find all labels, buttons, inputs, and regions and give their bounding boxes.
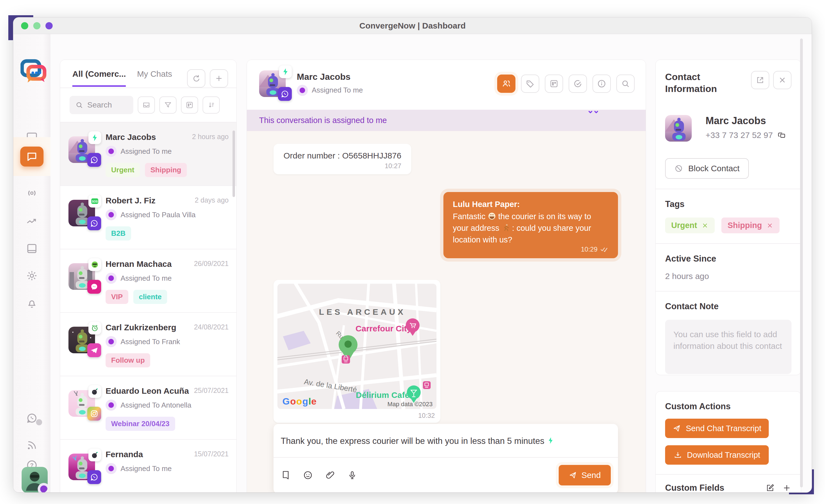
cool-emoji-badge-icon bbox=[88, 258, 101, 271]
lightning-badge-icon bbox=[88, 131, 101, 144]
chat-list-item[interactable]: Fernanda 15/07/2021 Assigned To me bbox=[60, 440, 236, 489]
svg-text:SOS: SOS bbox=[92, 200, 97, 203]
people-icon bbox=[502, 79, 511, 88]
copy-icon[interactable] bbox=[777, 131, 786, 140]
chat-list-item[interactable]: Marc Jacobs 2 hours ago Assigned To me U… bbox=[60, 122, 236, 186]
status-notification-dot bbox=[36, 419, 42, 425]
chat-list-item[interactable]: Carl Zukrizenberg 24/08/2021 Assigned To… bbox=[60, 313, 236, 376]
check-circle-icon bbox=[573, 79, 583, 88]
chat-time: 2 hours ago bbox=[192, 133, 229, 142]
lightning-badge-icon bbox=[279, 65, 292, 78]
remove-tag-icon[interactable] bbox=[701, 222, 708, 229]
contact-name: Fernanda bbox=[105, 450, 143, 459]
chat-list-item[interactable]: Hernan Machaca 26/09/2021 Assigned To me… bbox=[60, 249, 236, 313]
tag-chip[interactable]: Shipping bbox=[721, 218, 779, 233]
user-avatar[interactable] bbox=[22, 467, 48, 492]
instagram-channel-icon bbox=[87, 407, 101, 421]
new-chat-button[interactable] bbox=[210, 69, 228, 88]
lightning-icon bbox=[547, 436, 554, 445]
tag-icon bbox=[525, 79, 535, 88]
message-text: Order number : O5658HHJJ876 bbox=[284, 151, 401, 160]
remove-tag-icon[interactable] bbox=[766, 222, 773, 229]
contact-name: Carl Zukrizenberg bbox=[105, 323, 176, 332]
nav-settings-icon[interactable] bbox=[25, 268, 39, 283]
open-contact-button[interactable] bbox=[751, 71, 769, 89]
board-view-button[interactable] bbox=[181, 96, 198, 113]
svg-text:g: g bbox=[302, 396, 308, 407]
message-location[interactable]: LES ARCEAUX Carrefour City Rue G Av. de … bbox=[274, 280, 440, 423]
tag-chip[interactable]: Webinar 20/04/23 bbox=[105, 417, 175, 431]
window-scrollbar[interactable] bbox=[800, 38, 803, 487]
send-button[interactable]: Send bbox=[559, 465, 611, 486]
refresh-button[interactable] bbox=[187, 69, 205, 88]
map-image[interactable]: LES ARCEAUX Carrefour City Rue G Av. de … bbox=[278, 284, 437, 409]
map-poi-delirium: Délirium Café bbox=[356, 391, 409, 400]
chat-list-scrollbar[interactable] bbox=[232, 131, 235, 197]
tab-my-chats[interactable]: My Chats bbox=[137, 69, 172, 85]
inbox-filter-button[interactable] bbox=[138, 96, 155, 113]
close-panel-button[interactable] bbox=[773, 71, 792, 89]
resolve-button[interactable] bbox=[569, 75, 587, 93]
contact-avatar bbox=[68, 136, 95, 163]
tag-chip[interactable]: VIP bbox=[105, 290, 128, 304]
nav-broadcast-icon[interactable] bbox=[25, 186, 39, 200]
contact-name: Marc Jacobs bbox=[105, 133, 156, 142]
emoji-icon[interactable] bbox=[303, 470, 313, 480]
tag-chip[interactable]: cliente bbox=[133, 290, 167, 304]
nav-feed-icon[interactable] bbox=[25, 438, 39, 452]
download-transcript-button[interactable]: Download Transcript bbox=[665, 445, 769, 465]
search-icon bbox=[621, 79, 630, 88]
search-input[interactable]: Search bbox=[70, 96, 133, 114]
compose-box[interactable]: Thank you, the express courier will be w… bbox=[274, 424, 618, 492]
attachment-icon[interactable] bbox=[325, 470, 335, 480]
microphone-icon[interactable] bbox=[347, 470, 357, 480]
nav-chats-icon[interactable] bbox=[20, 147, 44, 167]
tab-all-conversations[interactable]: All (Comerc... bbox=[72, 69, 126, 87]
contact-name: Eduardo Leon Acuña bbox=[105, 386, 189, 396]
contact-note-input[interactable]: You can use this field to add informatio… bbox=[665, 320, 792, 374]
tag-chip[interactable]: Urgent bbox=[665, 218, 715, 233]
assigned-dot bbox=[105, 209, 117, 220]
message-time: 10:32 bbox=[278, 409, 437, 420]
contact-info-panel: Contact Information Marc Jacobs +33 7 73… bbox=[655, 60, 801, 375]
scroll-indicator-icon[interactable]: ⌄⌄ bbox=[587, 105, 599, 115]
templates-icon[interactable] bbox=[281, 470, 291, 480]
tag-conversation-button[interactable] bbox=[521, 75, 539, 93]
map-poi-carrefour: Carrefour City bbox=[356, 324, 411, 333]
traffic-light-minimize[interactable] bbox=[33, 22, 41, 29]
message-time: 10:29 bbox=[581, 246, 597, 253]
edit-fields-icon[interactable] bbox=[765, 483, 775, 492]
send-transcript-button[interactable]: Send Chat Transcript bbox=[665, 419, 769, 438]
compose-input[interactable]: Thank you, the express courier will be w… bbox=[274, 424, 618, 457]
chat-list-item[interactable]: Eduardo Leon Acuña 25/07/2021 Assigned T… bbox=[60, 376, 236, 440]
assign-agent-button[interactable] bbox=[497, 75, 515, 93]
tag-chip[interactable]: Urgent bbox=[105, 163, 140, 177]
board-button[interactable] bbox=[545, 75, 563, 93]
block-contact-button[interactable]: Block Contact bbox=[665, 158, 749, 179]
add-field-icon[interactable] bbox=[782, 483, 792, 492]
message-order[interactable]: Order number : O5658HHJJ876 10:27 bbox=[274, 144, 411, 174]
contact-avatar bbox=[68, 453, 95, 480]
external-link-icon bbox=[756, 76, 765, 85]
tag-chip[interactable]: Shipping bbox=[145, 163, 187, 177]
message-agent[interactable]: Lulu Heart Paper: Fantastic the courier … bbox=[443, 192, 618, 258]
nav-analytics-icon[interactable] bbox=[25, 214, 39, 229]
search-conversation-button[interactable] bbox=[616, 75, 634, 93]
conversation-contact-name: Marc Jacobs bbox=[297, 72, 363, 82]
traffic-light-close[interactable] bbox=[21, 22, 28, 29]
traffic-light-zoom[interactable] bbox=[46, 22, 53, 29]
panel-title: Contact Information bbox=[665, 71, 732, 94]
assigned-dot bbox=[105, 146, 117, 157]
assignment-banner: This conversation is assigned to me ⌄⌄ bbox=[247, 110, 646, 131]
messenger-channel-icon bbox=[87, 280, 101, 294]
info-button[interactable] bbox=[593, 75, 611, 93]
tag-chip[interactable]: B2B bbox=[105, 226, 131, 241]
nav-notifications-icon[interactable] bbox=[25, 296, 39, 310]
chat-list-item[interactable]: SOS Robert J. Fiz 2 days ago Assigned To… bbox=[60, 186, 236, 249]
nav-contacts-book-icon[interactable] bbox=[25, 241, 39, 256]
kanban-icon bbox=[549, 79, 559, 88]
filter-button[interactable] bbox=[159, 96, 176, 113]
contact-name: Marc Jacobs bbox=[705, 115, 786, 127]
sort-button[interactable] bbox=[203, 96, 220, 113]
tag-chip[interactable]: Follow up bbox=[105, 353, 150, 367]
